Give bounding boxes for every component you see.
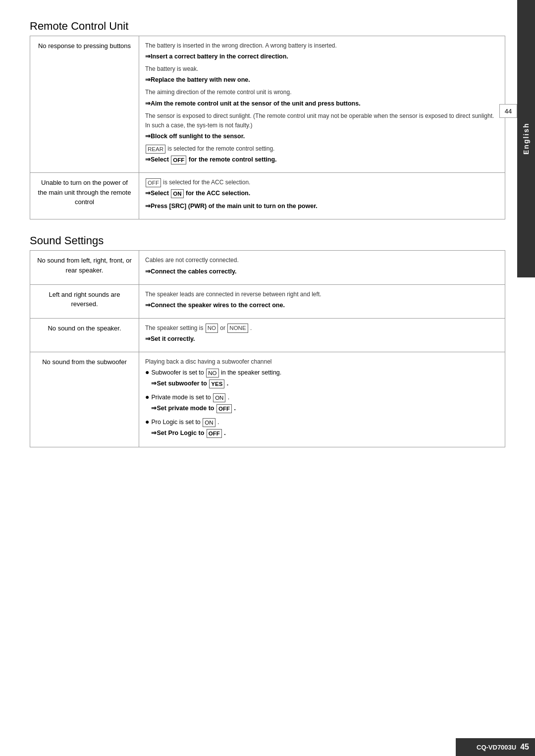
inline-setting-box: REAR [146, 145, 165, 154]
bullet-dot: ● [145, 418, 149, 425]
note-text: Playing back a disc having a subwoofer c… [145, 357, 499, 367]
arrow-instruction: ⇒Aim the remote control unit at the sens… [145, 99, 499, 108]
note-text: The battery is inserted in the wrong dir… [145, 41, 499, 51]
bullet-item: ● Private mode is set to ON . ⇒Set priva… [145, 392, 499, 416]
bullet-item: ● Pro Logic is set to ON . ⇒Set Pro Logi… [145, 417, 499, 441]
bullet-dot: ● [145, 369, 149, 376]
note-text: The sensor is exposed to direct sunlight… [145, 111, 499, 130]
arrow-instruction: ⇒Replace the battery with new one. [145, 75, 499, 85]
sound-settings-section-title: Sound Settings [30, 234, 505, 247]
solution-cell: OFF is selected for the ACC selection. ⇒… [139, 173, 505, 219]
arrow-instruction: ⇒Select ON for the ACC selection. [145, 188, 499, 198]
arrow-instruction: ⇒Set Pro Logic to OFF . [151, 428, 499, 438]
inline-setting-box: ON [213, 393, 225, 402]
bottom-bar: CQ-VD7003U 45 [456, 738, 535, 756]
table-row: No sound from left, right, front, or rea… [30, 251, 505, 284]
note-text: The aiming direction of the remote contr… [145, 88, 499, 97]
inline-setting-box: YES [209, 379, 224, 388]
english-sidebar-label: English [517, 0, 535, 277]
arrow-instruction: ⇒Connect the speaker wires to the correc… [145, 300, 499, 310]
inline-setting-box: OFF [216, 404, 232, 413]
inline-setting-box: OFF [146, 178, 161, 187]
inline-setting-box: NO [206, 324, 218, 332]
note-text: OFF is selected for the ACC selection. [145, 178, 499, 187]
inline-setting-box: OFF [171, 156, 186, 164]
table-row: Unable to turn on the power of the main … [30, 173, 505, 219]
remote-control-section-title: Remote Control Unit [30, 20, 505, 33]
bottom-bar-page-number: 45 [520, 743, 529, 752]
inline-setting-box: NO [206, 369, 218, 378]
arrow-instruction: ⇒Block off sunlight to the sensor. [145, 131, 499, 141]
problem-label: Unable to turn on the power of the main … [30, 173, 139, 219]
arrow-instruction: ⇒Select OFF for the remote control setti… [145, 155, 499, 164]
solution-cell: The battery is inserted in the wrong dir… [139, 36, 505, 173]
note-text: The speaker leads are connected in rever… [145, 290, 499, 299]
arrow-instruction: ⇒Set private mode to OFF . [151, 403, 499, 413]
bullet-dot: ● [145, 393, 149, 400]
note-text: REAR is selected for the remote control … [145, 144, 499, 154]
page-number: 44 [499, 104, 517, 118]
sound-settings-table: No sound from left, right, front, or rea… [30, 250, 505, 447]
arrow-instruction: ⇒Press [SRC] (PWR) of the main unit to t… [145, 201, 499, 211]
table-row: No response to pressing buttons The batt… [30, 36, 505, 173]
problem-label: No response to pressing buttons [30, 36, 139, 173]
bullet-text: Private mode is set to ON . ⇒Set private… [151, 392, 499, 416]
solution-cell: Playing back a disc having a subwoofer c… [139, 352, 505, 447]
inline-setting-box: ON [171, 189, 183, 198]
problem-label: No sound from left, right, front, or rea… [30, 251, 139, 284]
problem-label: Left and right sounds are reversed. [30, 284, 139, 318]
arrow-instruction: ⇒Set subwoofer to YES . [151, 378, 499, 388]
inline-setting-box: NONE [227, 324, 248, 332]
solution-cell: The speaker leads are connected in rever… [139, 284, 505, 318]
bullet-text: Pro Logic is set to ON . ⇒Set Pro Logic … [151, 417, 499, 441]
bottom-bar-product-label: CQ-VD7003U [477, 744, 516, 751]
table-row: Left and right sounds are reversed. The … [30, 284, 505, 318]
note-text: The speaker setting is NO or NONE . [145, 324, 499, 333]
arrow-instruction: ⇒Connect the cables correctly. [145, 267, 499, 276]
note-text: Cables are not correctly connected. [145, 256, 499, 265]
remote-control-table: No response to pressing buttons The batt… [30, 36, 505, 219]
problem-label: No sound on the speaker. [30, 318, 139, 352]
table-row: No sound from the subwoofer Playing back… [30, 352, 505, 447]
note-text: The battery is weak. [145, 64, 499, 74]
inline-setting-box: ON [203, 418, 215, 427]
bullet-item: ● Subwoofer is set to NO in the speaker … [145, 368, 499, 391]
solution-cell: The speaker setting is NO or NONE . ⇒Set… [139, 318, 505, 352]
solution-cell: Cables are not correctly connected. ⇒Con… [139, 251, 505, 284]
arrow-instruction: ⇒Set it correctly. [145, 334, 499, 344]
table-row: No sound on the speaker. The speaker set… [30, 318, 505, 352]
arrow-instruction: ⇒Insert a correct battery in the correct… [145, 52, 499, 61]
bullet-text: Subwoofer is set to NO in the speaker se… [151, 368, 499, 391]
problem-label: No sound from the subwoofer [30, 352, 139, 447]
inline-setting-box: OFF [207, 429, 222, 438]
